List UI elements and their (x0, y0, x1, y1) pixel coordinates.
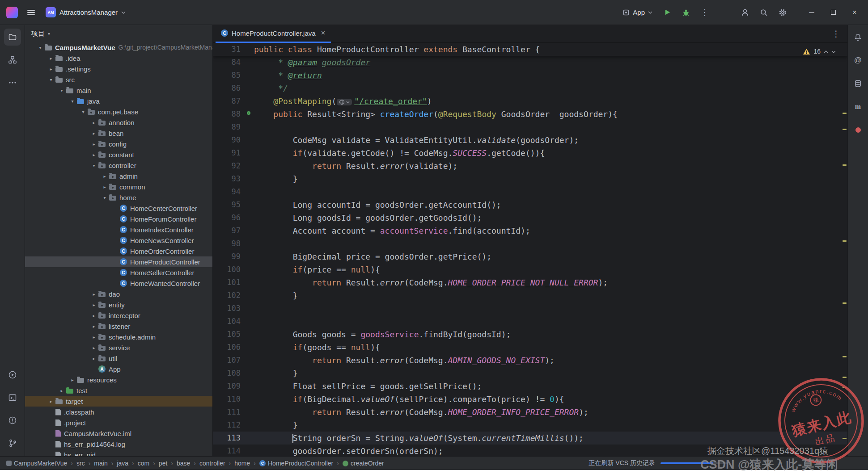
tree-item-homeindexcontroller[interactable]: CHomeIndexController (25, 224, 212, 235)
tree-item-homecentercontroller[interactable]: CHomeCenterController (25, 203, 212, 214)
code-line-106[interactable]: 106 if(goods == null){ (213, 341, 847, 354)
more-actions-button[interactable]: ⋮ (696, 4, 713, 21)
maximize-button[interactable] (823, 4, 843, 21)
run-button[interactable] (659, 4, 676, 21)
code-line-31[interactable]: 31public class HomeProductController ext… (213, 43, 847, 56)
tree-item-com-pet-base[interactable]: ▾com.pet.base (25, 106, 212, 117)
code-line-108[interactable]: 108 } (213, 367, 847, 380)
tree-item-homesellercontroller[interactable]: CHomeSellerController (25, 267, 212, 278)
code-line-94[interactable]: 94 (213, 185, 847, 198)
plugin-button[interactable] (850, 122, 867, 138)
code-line-109[interactable]: 109 Float sellPrice = goods.getSellPrice… (213, 380, 847, 393)
code-line-95[interactable]: 95 Long accountId = goodsOrder.getAccoun… (213, 198, 847, 211)
tree-item-test[interactable]: ▸test (25, 385, 212, 396)
ai-assistant-button[interactable]: @ (850, 52, 867, 69)
tree-item-constant[interactable]: ▸constant (25, 149, 212, 160)
tree-item-homeforumcontroller[interactable]: CHomeForumController (25, 214, 212, 224)
project-tool-button[interactable] (4, 29, 21, 46)
main-menu-button[interactable] (22, 4, 39, 21)
breadcrumb-pet[interactable]: pet (159, 460, 167, 467)
endpoint-gutter-icon[interactable] (247, 111, 250, 115)
warning-stripe-mark[interactable] (843, 356, 847, 357)
breadcrumb-java[interactable]: java (117, 460, 128, 467)
tree-item-target[interactable]: ▸target (25, 396, 212, 407)
maven-button[interactable]: m (850, 98, 867, 115)
breadcrumb-home[interactable]: home (234, 460, 250, 467)
tool-window-header[interactable]: 项目 ▾ (25, 25, 212, 42)
code-line-89[interactable]: 89 (213, 121, 847, 134)
code-line-84[interactable]: 84 * @param goodsOrder (213, 56, 847, 69)
tree-item-entity[interactable]: ▸entity (25, 299, 212, 310)
tree-item-home[interactable]: ▾home (25, 192, 212, 203)
tree-item-listener[interactable]: ▸listener (25, 321, 212, 331)
url-inlay[interactable] (337, 99, 352, 105)
breadcrumb-homeproductcontroller[interactable]: CHomeProductController (259, 460, 333, 467)
more-tool-windows-button[interactable] (4, 74, 21, 91)
warning-stripe-mark[interactable] (843, 164, 847, 166)
tree-item-resources[interactable]: ▸resources (25, 374, 212, 385)
warning-stripe-mark[interactable] (843, 113, 847, 114)
tree-item-homenewscontroller[interactable]: CHomeNewsController (25, 235, 212, 246)
code-line-98[interactable]: 98 (213, 237, 847, 250)
settings-button[interactable] (774, 4, 791, 21)
tab-homeproductcontroller[interactable]: C HomeProductController.java × (216, 25, 331, 43)
tree-item-idea[interactable]: ▸.idea (25, 53, 212, 63)
breadcrumb-base[interactable]: base (177, 460, 190, 467)
code-line-101[interactable]: 101 return Result.error(CodeMsg.HOME_ORD… (213, 276, 847, 289)
tree-item-homeordercontroller[interactable]: CHomeOrderController (25, 246, 212, 256)
tree-item-interceptor[interactable]: ▸interceptor (25, 310, 212, 321)
code-line-96[interactable]: 96 Long goodsId = goodsOrder.getGoodsId(… (213, 211, 847, 224)
tab-options-icon[interactable]: ⋮ (832, 29, 840, 39)
tree-item-campusmarketvue[interactable]: ▾CampusMarketVueG:\git_project\CampusMar… (25, 42, 212, 53)
code-line-91[interactable]: 91 if(validate.getCode() != CodeMsg.SUCC… (213, 147, 847, 159)
code-line-110[interactable]: 110 if(BigDecimal.valueOf(sellPrice).com… (213, 393, 847, 406)
code-line-99[interactable]: 99 BigDecimal price = goodsOrder.getPric… (213, 250, 847, 263)
tree-item-bean[interactable]: ▸bean (25, 128, 212, 138)
breadcrumb-campusmarketvue[interactable]: CampusMarketVue (6, 460, 67, 467)
tree-item-hs-err-pid[interactable]: hs_err_pid… (25, 449, 212, 456)
code-line-102[interactable]: 102 } (213, 289, 847, 302)
tree-item-controller[interactable]: ▾controller (25, 160, 212, 171)
search-button[interactable] (755, 4, 772, 21)
tree-item-dao[interactable]: ▸dao (25, 289, 212, 299)
tree-item-service[interactable]: ▸service (25, 342, 212, 353)
project-widget[interactable]: AM AttractionsManager (41, 4, 130, 21)
chevron-up-icon[interactable] (824, 50, 828, 53)
tree-item-settings[interactable]: ▸.settings (25, 63, 212, 74)
code-line-112[interactable]: 112 } (213, 419, 847, 432)
warning-stripe-mark[interactable] (843, 129, 847, 130)
code-line-113[interactable]: 113 String orderSn = String.valueOf(Syst… (213, 432, 847, 445)
tree-item-util[interactable]: ▸util (25, 353, 212, 364)
tree-item-homewantedcontroller[interactable]: CHomeWantedController (25, 278, 212, 289)
tree-item-java[interactable]: ▾java (25, 96, 212, 106)
breadcrumb-controller[interactable]: controller (199, 460, 225, 467)
code-line-105[interactable]: 105 Goods goods = goodsService.findById(… (213, 328, 847, 341)
chevron-down-icon[interactable] (831, 50, 836, 53)
tree-item-campusmarketvue-iml[interactable]: CampusMarketVue.iml (25, 428, 212, 439)
code-line-104[interactable]: 104 (213, 315, 847, 328)
code-area[interactable]: 84 * @param goodsOrder85 * @return86 */8… (213, 56, 847, 456)
tab-close-icon[interactable]: × (321, 29, 326, 38)
tree-item-admin[interactable]: ▸admin (25, 171, 212, 181)
debug-button[interactable] (677, 4, 694, 21)
run-tool-button[interactable] (4, 366, 21, 383)
breadcrumb-com[interactable]: com (138, 460, 149, 467)
terminal-tool-button[interactable] (4, 389, 21, 406)
tree-item-app[interactable]: AApp (25, 364, 212, 374)
code-line-88[interactable]: 88 public Result<String> createOrder(@Re… (213, 108, 847, 121)
editor[interactable]: 31public class HomeProductController ext… (213, 43, 847, 456)
close-button[interactable]: × (845, 4, 864, 21)
code-line-103[interactable]: 103 (213, 302, 847, 315)
code-line-93[interactable]: 93 } (213, 172, 847, 185)
breadcrumb-src[interactable]: src (76, 460, 85, 467)
warning-stripe-mark[interactable] (843, 302, 847, 304)
version-control-tool-button[interactable] (4, 435, 21, 452)
code-line-97[interactable]: 97 Account account = accountService.find… (213, 224, 847, 237)
minimize-button[interactable]: ─ (802, 4, 821, 21)
tree-item-main[interactable]: ▾main (25, 85, 212, 96)
notifications-button[interactable] (850, 29, 867, 46)
code-line-86[interactable]: 86 */ (213, 82, 847, 95)
code-line-111[interactable]: 111 return Result.error(CodeMsg.HOME_ORD… (213, 406, 847, 419)
tree-item-project[interactable]: .project (25, 417, 212, 428)
code-line-107[interactable]: 107 return Result.error(CodeMsg.ADMIN_GO… (213, 354, 847, 367)
